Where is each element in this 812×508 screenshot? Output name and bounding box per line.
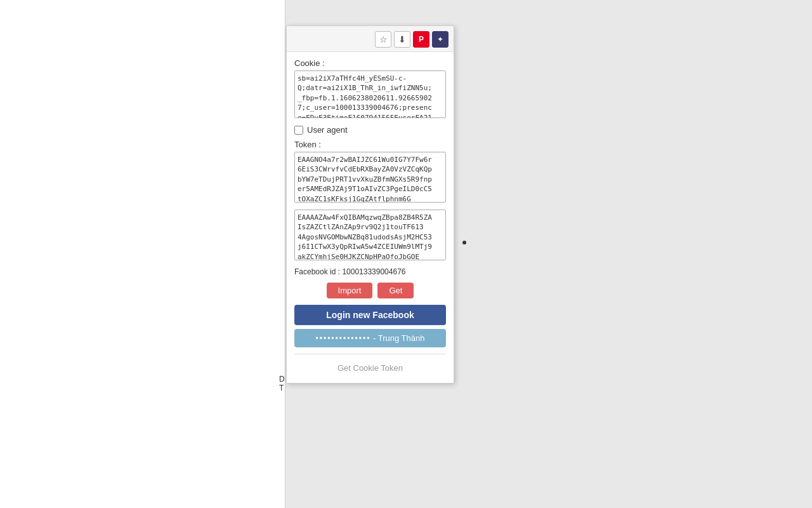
sidebar-text-d: D [279,375,285,384]
pinterest-icon: P [419,35,424,44]
divider [294,354,446,354]
sidebar-text: D T [279,375,285,392]
token-textarea-1[interactable]: EAAGNO4a7r2wBAIJZC61Wu0IG7Y7Fw6r6EiS3CWr… [294,152,446,203]
download-button[interactable]: ⬇ [394,31,410,48]
account-separator: - [373,333,378,343]
cookie-label: Cookie : [294,58,446,68]
user-agent-row: User agent [294,125,446,135]
extension-popup: ☆ ⬇ P ✦ Cookie : sb=ai2iX7aTHfc4H_yESmSU… [286,25,454,384]
token-textarea2-container: EAAAAZAw4FxQIBAMqzwqZBpa8ZB4R5ZAIsZAZCtl… [294,210,446,262]
star-icon: ☆ [379,34,388,44]
get-cookie-token-button[interactable]: Get Cookie Token [294,359,446,377]
cookie-textarea-container: sb=ai2iX7aTHfc4H_yESmSU-c-Q;datr=ai2iX1B… [294,70,446,120]
download-icon: ⬇ [398,34,406,44]
account-masked-id: •••••••••••••• [316,334,371,343]
user-agent-label: User agent [307,125,348,135]
facebook-id-label: Facebook id : [294,267,342,276]
plugin-icon: ✦ [437,35,443,44]
login-new-facebook-button[interactable]: Login new Facebook [294,305,446,325]
plugin-button[interactable]: ✦ [432,31,449,48]
star-button[interactable]: ☆ [375,31,391,48]
token-label: Token : [294,140,446,149]
cookie-textarea[interactable]: sb=ai2iX7aTHfc4H_yESmSU-c-Q;datr=ai2iX1B… [294,70,446,118]
toolbar: ☆ ⬇ P ✦ [287,26,454,52]
sidebar-text-t: T [279,384,285,392]
import-get-row: Import Get [294,283,446,298]
token-textarea-2[interactable]: EAAAAZAw4FxQIBAMqzwqZBpa8ZB4R5ZAIsZAZCtl… [294,210,446,260]
facebook-id-row: Facebook id : 100013339004676 [294,267,446,276]
user-agent-checkbox[interactable] [294,126,303,135]
left-sidebar: D T [0,0,285,508]
page-background: D T ☆ ⬇ P ✦ Cookie : sb=ai2 [0,0,812,508]
account-name: Trung Thành [378,333,425,343]
get-button[interactable]: Get [377,283,414,298]
token-textarea1-container: EAAGNO4a7r2wBAIJZC61Wu0IG7Y7Fw6r6EiS3CWr… [294,152,446,204]
import-button[interactable]: Import [327,283,373,298]
popup-body: Cookie : sb=ai2iX7aTHfc4H_yESmSU-c-Q;dat… [287,52,454,383]
dot-decoration [462,241,466,244]
facebook-id-value: 100013339004676 [342,267,405,276]
pinterest-button[interactable]: P [413,31,429,48]
account-button[interactable]: •••••••••••••• - Trung Thành [294,329,446,347]
